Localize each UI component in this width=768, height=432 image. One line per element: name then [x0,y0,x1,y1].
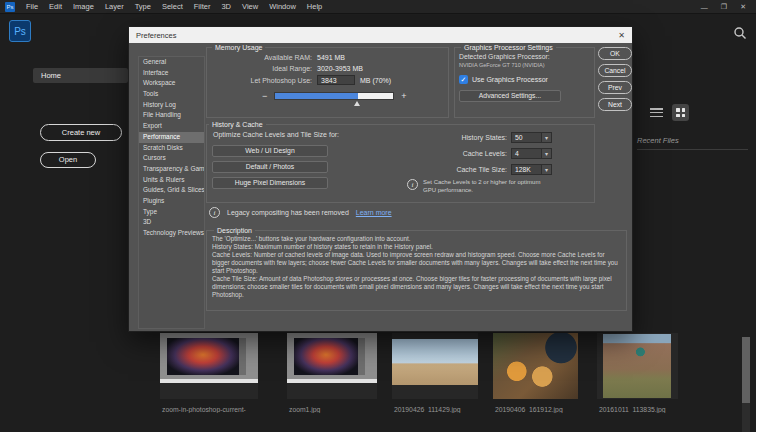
use-gpu-checkbox[interactable]: ✓ [459,75,468,84]
minimize-icon[interactable]: — [701,4,708,11]
history-states-dropdown[interactable]: 50 ▾ [511,132,552,143]
ideal-range-label: Ideal Range: [210,65,312,72]
pref-item-workspace[interactable]: Workspace [139,78,204,89]
optimize-label: Optimize Cache Levels and Tile Size for: [213,131,339,138]
menu-file[interactable]: File [26,2,38,11]
ps-home-logo: Ps [9,20,31,42]
available-ram-value: 5491 MB [317,54,345,61]
description-paragraph: The 'Optimize...' buttons take your hard… [212,235,621,243]
cancel-button[interactable]: Cancel [598,64,632,77]
pref-item-history-log[interactable]: History Log [139,100,204,111]
pref-item-general[interactable]: General [139,57,204,68]
memory-slider-thumb[interactable] [354,101,360,106]
pref-item-cursors[interactable]: Cursors [139,153,204,164]
open-button[interactable]: Open [40,152,96,168]
chevron-down-icon: ▾ [541,132,552,143]
pref-item-performance[interactable]: Performance [139,132,204,143]
file-name: 20190406_161912.jpg [493,406,578,413]
pref-item-transparency-gamut[interactable]: Transparency & Gamut [139,164,204,175]
memory-usage-group: Memory Usage Available RAM: 5491 MB Idea… [206,44,449,118]
file-name: zoom-in-photoshop-current- [160,406,258,413]
memory-amount-input[interactable] [317,75,355,85]
sidebar-item-home[interactable]: Home [33,68,128,83]
dialog-title: Preferences [136,31,176,40]
window-controls: — ❐ ✕ [701,0,746,14]
gpu-settings-group: Graphics Processor Settings Detected Gra… [454,44,595,118]
ideal-range-value: 3020-3953 MB [317,65,363,72]
dialog-action-buttons: OK Cancel Prev Next [598,47,632,111]
create-new-button[interactable]: Create new [40,124,122,141]
prev-button[interactable]: Prev [598,81,632,94]
cache-tile-size-label: Cache Tile Size: [395,166,507,173]
menu-3d[interactable]: 3D [221,2,231,11]
scrollbar-thumb[interactable] [742,337,750,403]
advanced-settings-button[interactable]: Advanced Settings... [459,90,561,102]
recent-files-heading: Recent Files [637,136,679,145]
file-thumbnail [287,333,377,399]
menu-view[interactable]: View [242,2,258,11]
menu-filter[interactable]: Filter [194,2,211,11]
file-thumbnail [160,333,258,399]
info-icon: i [209,207,220,218]
close-window-icon[interactable]: ✕ [740,3,746,11]
preset-web-ui-button[interactable]: Web / UI Design [212,145,328,157]
menu-help[interactable]: Help [307,2,322,11]
menu-type[interactable]: Type [135,2,151,11]
pref-item-file-handling[interactable]: File Handling [139,110,204,121]
gpu-tip-text: Set Cache Levels to 2 or higher for opti… [423,179,551,194]
recent-file-card[interactable]: 20161011_113835.jpg [597,333,678,413]
list-view-icon[interactable] [650,107,663,118]
recent-file-card[interactable]: 20190426_111429.jpg [392,333,478,413]
history-cache-header: History & Cache [209,121,266,128]
use-gpu-label: Use Graphics Processor [472,76,548,83]
cache-tile-size-dropdown[interactable]: 128K ▾ [511,164,552,175]
pref-item-interface[interactable]: Interface [139,68,204,79]
pref-item-units-rulers[interactable]: Units & Rulers [139,175,204,186]
dialog-close-icon[interactable]: ✕ [618,31,625,40]
pref-item-type[interactable]: Type [139,207,204,218]
pref-item-export[interactable]: Export [139,121,204,132]
history-states-value: 50 [511,132,541,143]
gpu-name: NVIDIA GeForce GT 710 (NVIDIA) [459,62,590,68]
recent-file-card[interactable]: zoom-in-photoshop-current- [160,333,258,413]
preferences-category-list: General Interface Workspace Tools Histor… [138,56,205,329]
recent-file-card[interactable]: 20190406_161912.jpg [493,333,578,413]
maximize-icon[interactable]: ❐ [721,3,727,11]
scrollbar[interactable] [742,337,750,432]
preferences-dialog: Preferences ✕ General Interface Workspac… [128,26,633,332]
cache-levels-dropdown[interactable]: 4 ▾ [511,148,552,159]
available-ram-label: Available RAM: [210,54,312,61]
preset-default-photos-button[interactable]: Default / Photos [212,161,328,173]
memory-slider[interactable] [274,92,394,100]
screen: Ps File Edit Image Layer Type Select Fil… [0,0,768,432]
pref-item-technology-previews[interactable]: Technology Previews [139,228,204,239]
preset-huge-pixel-button[interactable]: Huge Pixel Dimensions [212,177,328,189]
recent-file-card[interactable]: zoom1.jpg [287,333,377,413]
pref-item-plugins[interactable]: Plugins [139,196,204,207]
menu-edit[interactable]: Edit [49,2,62,11]
menu-bar: Ps File Edit Image Layer Type Select Fil… [0,0,756,14]
pref-item-guides-grid-slices[interactable]: Guides, Grid & Slices [139,185,204,196]
search-icon[interactable] [733,26,747,40]
cache-levels-value: 4 [511,148,541,159]
menu-layer[interactable]: Layer [105,2,124,11]
memory-slider-fill [275,93,358,99]
pref-item-scratch-disks[interactable]: Scratch Disks [139,143,204,154]
file-thumbnail [392,333,478,399]
menu-image[interactable]: Image [73,2,94,11]
grid-view-icon[interactable] [672,104,689,121]
chevron-down-icon: ▾ [541,148,552,159]
legacy-compositing-notice: i Legacy compositing has been removed Le… [209,207,392,218]
menu-window[interactable]: Window [269,2,296,11]
detected-gpu-label: Detected Graphics Processor: [459,53,590,60]
learn-more-link[interactable]: Learn more [356,209,392,216]
dialog-titlebar: Preferences ✕ [129,27,632,43]
ps-app-icon: Ps [5,2,15,12]
memory-suffix: MB (70%) [360,77,391,84]
file-name: 20190426_111429.jpg [392,406,478,413]
pref-item-3d[interactable]: 3D [139,217,204,228]
pref-item-tools[interactable]: Tools [139,89,204,100]
next-button[interactable]: Next [598,98,632,111]
ok-button[interactable]: OK [598,47,632,60]
menu-select[interactable]: Select [162,2,183,11]
